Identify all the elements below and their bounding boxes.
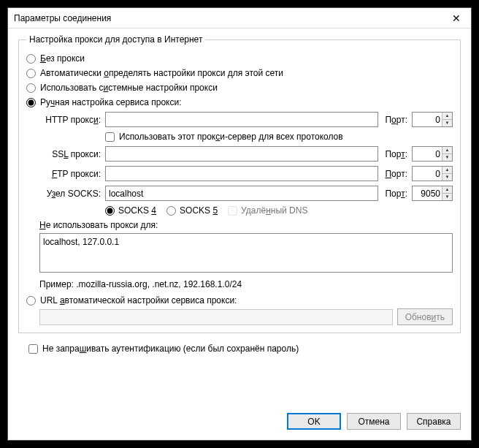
titlebar: Параметры соединения ✕ bbox=[8, 8, 471, 29]
http-host-input[interactable] bbox=[105, 112, 378, 127]
share-proxy-checkbox[interactable] bbox=[105, 132, 115, 142]
ssl-port-spinner[interactable]: ▲▼ bbox=[442, 147, 452, 161]
ftp-port-label: Порт: bbox=[383, 169, 407, 179]
ftp-host-input[interactable] bbox=[105, 166, 378, 181]
noproxy-label: Не использовать прокси для: bbox=[39, 220, 453, 230]
socks-port-label: Порт: bbox=[383, 189, 407, 199]
ftp-port-spinner[interactable]: ▲▼ bbox=[442, 167, 452, 181]
ftp-label: FTP прокси: bbox=[39, 169, 101, 179]
pac-url-input bbox=[39, 309, 393, 325]
ok-button[interactable]: OK bbox=[287, 413, 341, 430]
close-button[interactable]: ✕ bbox=[442, 8, 471, 29]
connection-settings-window: Параметры соединения ✕ Настройка прокси … bbox=[7, 7, 472, 441]
ssl-port-input[interactable] bbox=[413, 147, 442, 161]
radio-socks5[interactable] bbox=[166, 206, 176, 216]
socks-label: Узел SOCKS: bbox=[39, 189, 101, 199]
remote-dns-option: Удалённый DNS bbox=[228, 205, 307, 216]
share-proxy-label[interactable]: Использовать этот прокси-сервер для всех… bbox=[119, 132, 343, 142]
socks-port-input[interactable] bbox=[413, 186, 442, 200]
radio-system-proxy[interactable] bbox=[26, 83, 36, 93]
ftp-port-input[interactable] bbox=[413, 167, 442, 181]
radio-socks4[interactable] bbox=[105, 206, 115, 216]
no-auth-label[interactable]: Не запрашивать аутентификацию (если был … bbox=[42, 343, 299, 354]
reload-button: Обновить bbox=[397, 308, 453, 325]
noproxy-textarea[interactable]: localhost, 127.0.0.1 bbox=[39, 233, 453, 273]
label-auto-detect[interactable]: Автоматически определять настройки прокс… bbox=[40, 68, 283, 78]
proxy-group: Настройка прокси для доступа в Интернет … bbox=[18, 34, 461, 333]
radio-auto-detect[interactable] bbox=[26, 69, 36, 78]
radio-manual-proxy[interactable] bbox=[26, 98, 36, 107]
cancel-button[interactable]: Отмена bbox=[347, 413, 401, 430]
ssl-label: SSL прокси: bbox=[39, 149, 101, 159]
window-title: Параметры соединения bbox=[14, 13, 111, 23]
socks-host-input[interactable] bbox=[105, 186, 378, 201]
socks5-option[interactable]: SOCKS 5 bbox=[166, 205, 218, 216]
http-port-input[interactable] bbox=[413, 113, 442, 126]
label-manual-proxy[interactable]: Ручная настройка сервиса прокси: bbox=[40, 97, 181, 107]
socks4-option[interactable]: SOCKS 4 bbox=[105, 205, 156, 216]
ssl-host-input[interactable] bbox=[105, 146, 378, 162]
http-port-label: Порт: bbox=[383, 115, 407, 125]
help-button[interactable]: Справка bbox=[407, 413, 461, 430]
dialog-footer: OK Отмена Справка bbox=[8, 403, 471, 440]
label-system-proxy[interactable]: Использовать системные настройки прокси bbox=[40, 83, 218, 93]
socks-port-spinner[interactable]: ▲▼ bbox=[442, 186, 452, 200]
http-label: HTTP прокси: bbox=[39, 115, 101, 125]
group-legend: Настройка прокси для доступа в Интернет bbox=[26, 34, 205, 45]
ssl-port-label: Порт: bbox=[383, 149, 407, 159]
radio-no-proxy[interactable] bbox=[26, 54, 36, 64]
no-auth-checkbox[interactable] bbox=[28, 344, 38, 354]
radio-pac[interactable] bbox=[26, 296, 36, 305]
remote-dns-checkbox bbox=[228, 206, 237, 216]
noproxy-example: Пример: .mozilla-russia.org, .net.nz, 19… bbox=[39, 279, 453, 289]
label-no-proxy[interactable]: Без прокси bbox=[40, 53, 85, 64]
http-port-spinner[interactable]: ▲▼ bbox=[442, 113, 452, 126]
label-pac[interactable]: URL автоматической настройки сервиса про… bbox=[40, 295, 237, 305]
